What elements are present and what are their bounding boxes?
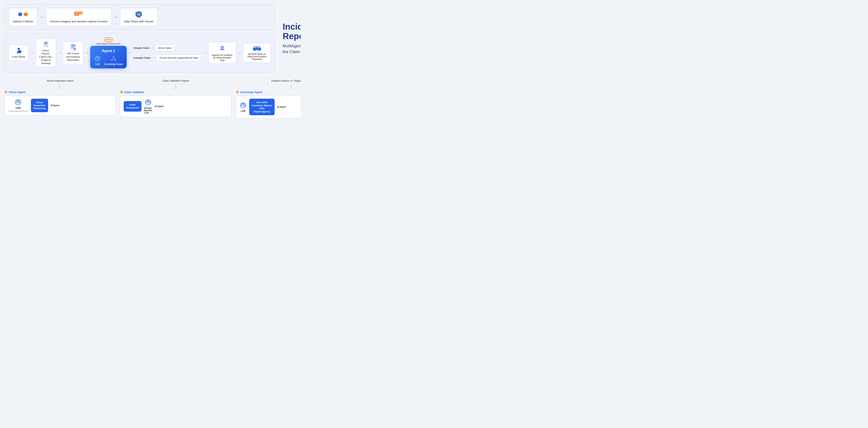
- page-layout: ⚡ Vehicle Collision → Camera imagery and…: [4, 4, 296, 118]
- svg-text:⚡: ⚡: [23, 12, 25, 15]
- vision-agent-name: Vision Agent: [8, 90, 26, 94]
- svg-point-33: [98, 58, 99, 58]
- visual-inspection-finetuning-pill: VisualInspectionFinetuning: [31, 99, 48, 112]
- support-actions-tag: Support Actions i.e. Repair Booking: [268, 78, 301, 84]
- svg-line-39: [114, 58, 115, 59]
- svg-point-61: [18, 101, 19, 101]
- arrow-1: →: [39, 15, 44, 20]
- data-share-node: 🤝 Data Share with Insurer: [120, 8, 158, 26]
- simpler-claim-row: Simpler Claim → Derive Value: [133, 45, 202, 51]
- svg-point-65: [148, 101, 148, 101]
- data-share-icon: 🤝: [135, 11, 143, 18]
- svg-rect-20: [44, 43, 48, 44]
- police-report-icon: !: [42, 41, 50, 48]
- vehicle-end-node: Vechicle Back on Road and Incident Repor…: [243, 43, 271, 63]
- svg-point-30: [74, 49, 75, 50]
- svg-point-63: [147, 102, 147, 102]
- svg-point-67: [241, 105, 242, 105]
- agentic-ai-icon: [218, 44, 226, 53]
- agent1-title: Agent 1: [102, 49, 115, 53]
- vehicle-end-icon: [252, 45, 261, 51]
- svg-point-68: [244, 105, 245, 105]
- arrow-2: →: [114, 15, 118, 20]
- lam-brain-icon: [239, 102, 247, 109]
- incident-flow-box: ⚡ Vehicle Collision → Camera imagery and…: [4, 4, 275, 30]
- svg-line-38: [112, 58, 114, 59]
- workflow-box: Claim Mode → ! Police Report, Calims Doc…: [4, 33, 275, 73]
- svg-rect-25: [71, 45, 75, 46]
- wf-arrow-3: →: [85, 51, 89, 55]
- lmm-sublabel: ( Large Multimodal Mosel ): [8, 110, 28, 112]
- camera-icon: [74, 11, 83, 18]
- agent1-card: Agent 1: [90, 46, 127, 68]
- svg-point-37: [115, 59, 116, 61]
- svg-text:🤝: 🤝: [137, 13, 141, 16]
- concierge-agent-column: Support Actions i.e. Repair Booking ⚙ Co…: [236, 78, 301, 118]
- claim-mode-label: Claim Mode: [12, 55, 25, 58]
- svg-rect-3: [19, 12, 21, 13]
- svg-point-57: [259, 50, 260, 51]
- lam-label: LAM: [241, 110, 245, 112]
- llm-brain-icon: [94, 55, 101, 62]
- svg-rect-53: [257, 47, 259, 48]
- car-collision-icon: ⚡: [18, 11, 28, 18]
- lmm-label: LMM: [16, 107, 21, 109]
- agentic-ai-node: Agentic AI workflow for Administrative T…: [208, 42, 236, 64]
- camera-imagery-label: Camera imagery and sensors capture of ev…: [50, 20, 107, 23]
- concierge-agent-name: Concierge Agent: [240, 90, 262, 94]
- domain-llm-label: DomainSpecificLLM: [144, 107, 152, 114]
- govt-apis-pill: Govt APIsInsurance AgencyAPIsRepair Agen…: [249, 99, 275, 115]
- claim-validator-header: ⚙ Claim Validator: [120, 90, 231, 94]
- svg-rect-27: [71, 47, 74, 47]
- svg-point-46: [220, 46, 221, 47]
- complex-claim-row: Complex Claim → Human Decision Augmented…: [133, 54, 202, 61]
- agent1-llm: LLM: [94, 55, 101, 65]
- svg-point-34: [97, 57, 98, 58]
- claim-assesment-pill: ClaimAssesment: [124, 101, 142, 112]
- svg-line-48: [221, 47, 221, 47]
- svg-rect-11: [75, 13, 79, 15]
- bottom-agents-container: Visual Inspection report ⚙ Vision Agent: [4, 76, 301, 118]
- data-share-label: Data Share with Insurer: [124, 20, 154, 23]
- svg-rect-43: [220, 49, 224, 50]
- svg-point-69: [243, 104, 243, 104]
- claim-validator-column: Claim Validation Report ⚙ Claim Validato…: [120, 78, 231, 118]
- police-report-node: ! Police Report, Calims Doc, Image of Da…: [36, 38, 56, 67]
- svg-point-59: [16, 102, 17, 102]
- svg-point-1: [19, 15, 20, 16]
- wf-arrow-6: →: [238, 51, 241, 55]
- simpler-claim-label: Simpler Claim: [133, 47, 149, 49]
- claim-brain-icon: [145, 99, 152, 106]
- title-main: Incident Reporting: [283, 22, 301, 41]
- vehicle-collision-node: ⚡ Vehicle Collision: [9, 8, 37, 26]
- concierge-agent-header: ⚙ Concierge Agent: [236, 90, 301, 94]
- camera-imagery-node: Camera imagery and sensors capture of ev…: [46, 8, 112, 26]
- ai-badge: ⚙ AI: [104, 37, 113, 42]
- police-report-label: Police Report, Calims Doc, Image of Dama…: [39, 49, 53, 65]
- claim-ai-agent-label: AI Agent: [155, 105, 164, 108]
- claim-validator-name: Claim Validator: [124, 90, 145, 94]
- claim-validator-card: ClaimAssesment DomainSpecificLLM: [120, 95, 231, 117]
- vehicle-collision-label: Vehicle Collision: [13, 20, 33, 23]
- vision-agent-card: LMM ( Large Multimodal Mosel ) VisualIns…: [4, 95, 116, 115]
- vision-agent-ai-icon: ⚙: [4, 90, 7, 94]
- svg-rect-21: [44, 44, 46, 44]
- idp-check-icon: [70, 44, 76, 51]
- wf-arrow-1: →: [30, 51, 34, 55]
- concierge-agent-card: LAM Govt APIsInsurance AgencyAPIsRepair …: [236, 95, 301, 118]
- title-area: Incident Reporting MultiAgent System tha…: [278, 4, 301, 73]
- vision-ai-agent-label: AI Agent: [51, 104, 59, 107]
- svg-point-36: [111, 59, 113, 61]
- lmm-brain-icon: [14, 99, 22, 106]
- concierge-ai-icon: ⚙: [236, 90, 239, 94]
- bottom-agents-area: Visual Inspection report ⚙ Vision Agent: [4, 76, 301, 118]
- muti-agent-label: Muti Agent Assesment: [97, 42, 120, 45]
- wf-arrow-2: →: [58, 51, 61, 55]
- svg-point-17: [18, 48, 20, 50]
- claim-validation-report-tag: Claim Validation Report: [159, 78, 192, 84]
- svg-rect-44: [220, 49, 220, 50]
- svg-rect-14: [75, 13, 76, 14]
- human-decision-node: Human Decision Augmented by Data: [156, 54, 201, 61]
- top-flow-area: ⚡ Vehicle Collision → Camera imagery and…: [4, 4, 275, 30]
- derive-value-node: Derive Value: [155, 45, 175, 51]
